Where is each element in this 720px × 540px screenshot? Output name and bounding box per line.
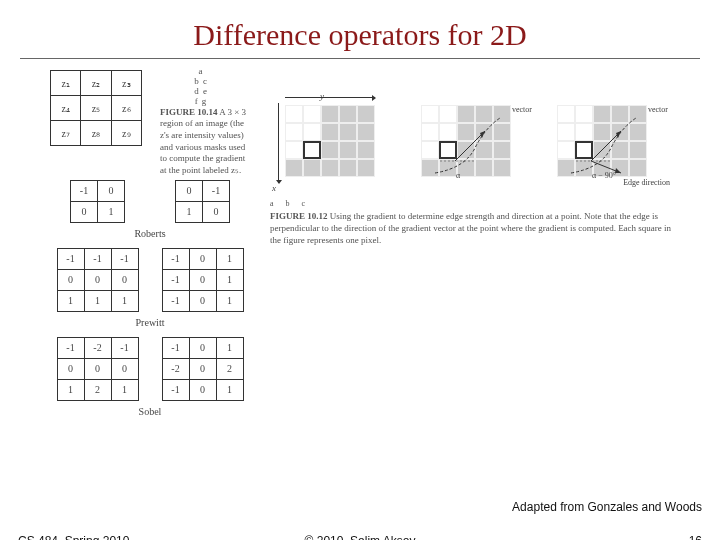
y-axis-label: y <box>320 91 324 101</box>
adapted-credit: Adapted from Gonzales and Woods <box>512 500 702 514</box>
fig1014-caption-block: a b c d e f g FIGURE 10.14 A 3 × 3 regio… <box>152 67 250 177</box>
svg-marker-1 <box>480 131 485 138</box>
roberts-right: 0-1 10 <box>175 180 230 223</box>
prewitt-label: Prewitt <box>50 317 250 328</box>
svg-marker-4 <box>616 131 621 138</box>
roberts-left: -10 01 <box>70 180 125 223</box>
prewitt-right: -101 -101 -101 <box>162 248 244 312</box>
footer-copyright: © 2010, Selim Aksoy <box>0 534 720 540</box>
fig1012-caption: a b c FIGURE 10.12 Using the gradient to… <box>270 199 675 246</box>
roberts-label: Roberts <box>50 228 250 239</box>
alpha90-label: α − 90° <box>592 171 616 180</box>
edge-curve-b-icon <box>430 113 505 178</box>
svg-line-3 <box>591 131 621 161</box>
right-column: y x Gradient vector <box>250 65 690 246</box>
z-matrix: z₁z₂z₃ z₄z₅z₆ z₇z₈z₉ <box>50 70 142 146</box>
sobel-label: Sobel <box>50 406 250 417</box>
fig1012-abc: a b c <box>270 199 675 209</box>
x-axis-arrow-icon <box>278 103 279 183</box>
svg-line-0 <box>455 131 485 161</box>
content-area: z₁z₂z₃ z₄z₅z₆ z₇z₈z₉ a b c d e f g FIGUR… <box>0 59 720 423</box>
edge-direction-label: Edge direction <box>623 178 670 187</box>
gradient-figures: y x Gradient vector <box>270 95 690 195</box>
x-axis-label: x <box>272 183 276 193</box>
sobel-right: -101 -202 -101 <box>162 337 244 401</box>
roberts-pair: -10 01 0-1 10 <box>50 177 250 226</box>
slide-title: Difference operators for 2D <box>0 0 720 58</box>
pixel-grid-a <box>285 105 375 177</box>
sobel-left: -1-2-1 000 121 <box>57 337 139 401</box>
alpha-label: α <box>456 171 460 180</box>
prewitt-left: -1-1-1 000 111 <box>57 248 139 312</box>
left-column: z₁z₂z₃ z₄z₅z₆ z₇z₈z₉ a b c d e f g FIGUR… <box>50 65 250 423</box>
z-region-figure: z₁z₂z₃ z₄z₅z₆ z₇z₈z₉ a b c d e f g FIGUR… <box>50 65 250 177</box>
footer-page-number: 16 <box>689 534 702 540</box>
edge-curve-c-icon <box>566 113 641 178</box>
prewitt-pair: -1-1-1 000 111 -101 -101 -101 <box>50 245 250 315</box>
y-axis-arrow-icon <box>285 97 375 98</box>
gradient-fig-c: Gradient vector α − 90° Edge direction <box>542 95 672 195</box>
sobel-pair: -1-2-1 000 121 -101 -202 -101 <box>50 334 250 404</box>
fig1014-caption: FIGURE 10.14 A 3 × 3 region of an image … <box>160 107 250 177</box>
gradient-fig-b: Gradient vector α <box>406 95 536 195</box>
gradient-fig-a: y x <box>270 95 400 195</box>
fig1014-abc: a b c d e f g <box>152 67 250 107</box>
